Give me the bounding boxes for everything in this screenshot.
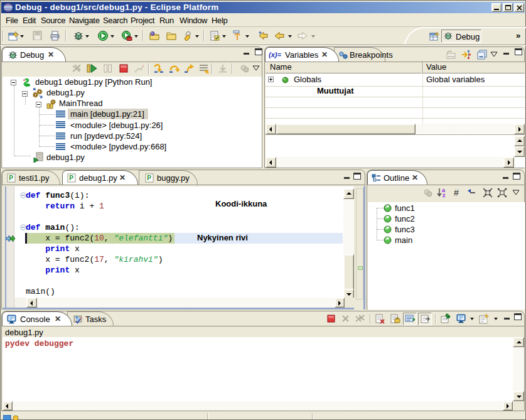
svg-text:#: # [454,188,459,198]
svg-text:P: P [147,175,151,181]
svg-text:P: P [9,175,13,181]
svg-text:P: P [69,175,73,181]
svg-text:z: z [443,192,446,198]
